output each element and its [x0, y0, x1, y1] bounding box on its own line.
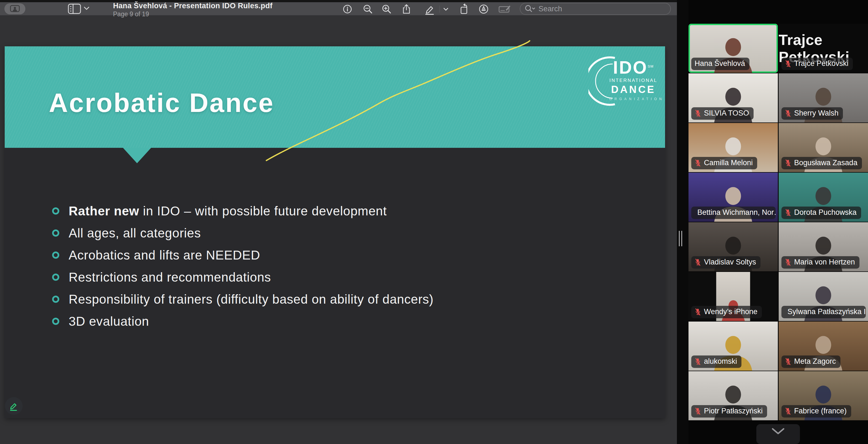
search-icon: [525, 5, 536, 13]
muted-mic-icon: [785, 209, 792, 216]
annotate-options-button[interactable]: [441, 4, 451, 14]
participant-tile[interactable]: Trajce Petkovski Trajce Petkovski: [779, 24, 868, 73]
slide-bullet: Acrobatics and lifts are NEEDED: [52, 244, 433, 266]
zoom-out-button[interactable]: [362, 4, 374, 14]
slide-bullet: Restrictions and recommendations: [52, 266, 433, 288]
participant-tile[interactable]: SILVIA TOSO: [688, 73, 778, 122]
muted-mic-icon: [694, 159, 701, 167]
muted-mic-icon: [694, 358, 701, 365]
participant-tile[interactable]: Piotr Patłaszyński: [688, 371, 778, 420]
markup-button[interactable]: [477, 4, 490, 14]
participant-tile[interactable]: Bettina Wichmann, Nor…: [688, 173, 778, 222]
muted-mic-icon: [694, 110, 701, 117]
document-title: Hana Švehlová - Presentation IDO Rules.p…: [113, 2, 272, 10]
muted-mic-icon: [694, 258, 701, 266]
participant-name-label: Sylwana Patłaszyńska ID…: [781, 306, 866, 318]
participant-name-label: Vladislav Soltys: [691, 256, 761, 269]
green-pencil-icon: [8, 401, 19, 411]
chevron-down-icon: [84, 7, 89, 10]
share-icon: [401, 4, 411, 14]
info-icon: [343, 4, 352, 14]
participant-tile[interactable]: Vladislav Soltys: [688, 222, 778, 271]
panel-divider: [677, 0, 688, 444]
document-title-block: Hana Švehlová - Presentation IDO Rules.p…: [113, 2, 272, 18]
zoom-in-button[interactable]: [380, 4, 393, 14]
rotate-button[interactable]: [458, 4, 470, 14]
participant-name-label: Trajce Petkovski: [781, 58, 853, 70]
panel-drag-handle[interactable]: [679, 231, 682, 246]
bullet-ring-icon: [52, 207, 59, 214]
slide-title-band-pointer: [123, 148, 151, 163]
search-input[interactable]: [538, 5, 643, 13]
participant-name-label: Sherry Walsh: [781, 107, 843, 120]
participant-tile[interactable]: Sherry Walsh: [779, 73, 868, 122]
sidebar-chevron-button[interactable]: [84, 6, 89, 11]
muted-mic-icon: [785, 258, 792, 266]
meeting-window: Hana Švehlová - Presentation IDO Rules.p…: [0, 0, 868, 444]
participant-tile[interactable]: Fabrice (france): [779, 371, 868, 420]
screen-share-icon: [9, 5, 21, 13]
zoom-out-icon: [363, 4, 373, 14]
participants-panel: Hana ŠvehlováTrajce Petkovski Trajce Pet…: [688, 0, 868, 444]
muted-mic-icon: [785, 110, 792, 117]
participant-name-label: Meta Zagorc: [781, 355, 840, 368]
annotate-fab-button[interactable]: [5, 397, 23, 415]
toolbar-separator: [439, 5, 440, 13]
participant-name-label: alukomski: [691, 355, 741, 368]
slide-title: Acrobatic Dance: [49, 88, 274, 118]
muted-mic-icon: [785, 407, 792, 415]
ido-line-organization: ORGANIZATION: [609, 97, 657, 101]
participant-name-label: Wendy’s iPhone: [691, 306, 762, 318]
ido-acronym: IDOSM: [609, 57, 657, 77]
participant-tile[interactable]: alukomski: [688, 322, 778, 371]
page-indicator: Page 9 of 19: [113, 10, 272, 18]
participant-tile[interactable]: Maria von Hertzen: [779, 222, 868, 271]
shared-screen-region: Hana Švehlová - Presentation IDO Rules.p…: [0, 0, 677, 444]
markup-pen-tip-icon: [478, 4, 489, 14]
bullet-ring-icon: [52, 318, 59, 325]
participant-name-label: Dorota Puchowska: [781, 207, 861, 219]
slide-bullet-list: Rather new in IDO – with possible future…: [52, 200, 433, 332]
sidebar-toggle-button[interactable]: [68, 3, 82, 14]
participant-tile[interactable]: Wendy’s iPhone: [688, 272, 778, 321]
participant-tile[interactable]: Dorota Puchowska: [779, 173, 868, 222]
fill-and-sign-button[interactable]: [498, 4, 510, 14]
participant-tile[interactable]: Meta Zagorc: [779, 322, 868, 371]
chevron-down-icon: [443, 8, 448, 11]
bullet-ring-icon: [52, 251, 59, 259]
rotate-icon: [459, 4, 470, 14]
info-button[interactable]: [341, 4, 353, 14]
muted-mic-icon: [694, 308, 701, 316]
muted-mic-icon: [785, 358, 792, 365]
participant-name-label: Maria von Hertzen: [781, 256, 860, 269]
participant-tile[interactable]: Sylwana Patłaszyńska ID…: [779, 272, 868, 321]
participant-name-label: Camilla Meloni: [691, 157, 757, 169]
slide-bullet: 3D evaluation: [52, 310, 433, 332]
participant-name-label: Hana Švehlová: [691, 58, 749, 70]
slide-bullet: All ages, all categories: [52, 222, 433, 244]
sidebar-icon: [68, 4, 81, 14]
slide-bullet: Rather new in IDO – with possible future…: [52, 200, 433, 222]
chevron-down-icon: [772, 428, 784, 435]
fill-and-sign-icon: [498, 4, 510, 14]
share-button[interactable]: [400, 4, 412, 14]
participant-name-label: Piotr Patłaszyński: [691, 405, 767, 417]
slide-bullet: Responsibility of trainers (difficulty b…: [52, 288, 433, 310]
participant-name-label: Bettina Wichmann, Nor…: [691, 207, 776, 219]
participant-tile[interactable]: Camilla Meloni: [688, 123, 778, 172]
ido-logo: IDOSM INTERNATIONAL DANCE ORGANIZATION: [592, 57, 657, 105]
muted-mic-icon: [785, 60, 792, 67]
annotate-pen-button[interactable]: [424, 4, 436, 14]
participant-tile[interactable]: Hana Švehlová: [688, 24, 778, 73]
participant-tile[interactable]: Bogusława Zasada: [779, 123, 868, 172]
participant-name-label: SILVIA TOSO: [691, 107, 753, 120]
muted-mic-icon: [694, 407, 701, 415]
window-top-strip: [0, 0, 677, 2]
muted-mic-icon: [785, 159, 792, 167]
more-participants-button[interactable]: [756, 424, 800, 444]
bullet-ring-icon: [52, 230, 59, 237]
pdf-slide-page: Acrobatic Dance IDOSM INTERNATIONAL DANC…: [5, 46, 665, 418]
participant-name-label: Bogusława Zasada: [781, 157, 862, 169]
search-field[interactable]: [520, 3, 671, 15]
screen-share-pill-button[interactable]: [4, 3, 25, 14]
